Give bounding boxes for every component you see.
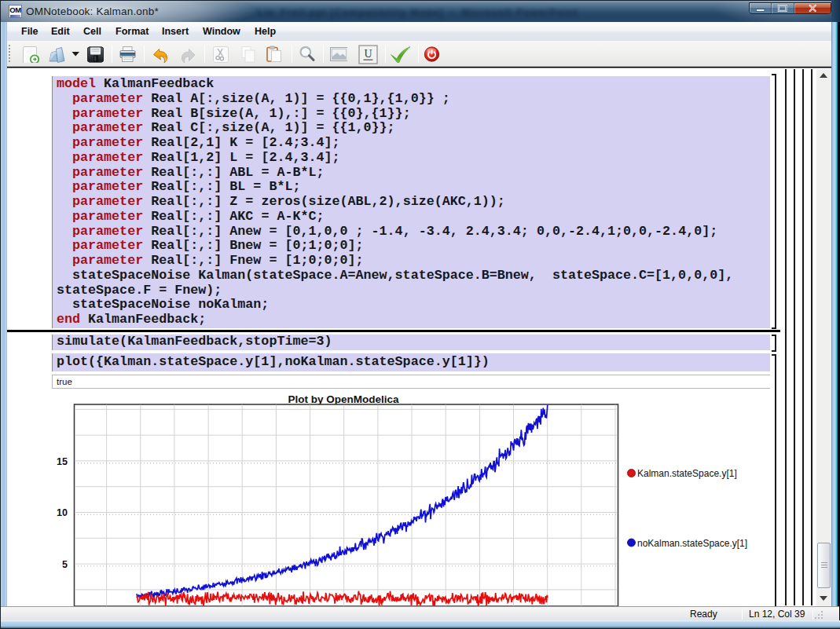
svg-text:5: 5 <box>62 559 68 570</box>
svg-text:15: 15 <box>57 456 68 467</box>
svg-text:Plot by OpenModelica: Plot by OpenModelica <box>288 393 399 405</box>
svg-text:Kalman.stateSpace.y[1]: Kalman.stateSpace.y[1] <box>637 468 737 479</box>
svg-text:10: 10 <box>57 507 68 518</box>
svg-text:noKalman.stateSpace.y[1]: noKalman.stateSpace.y[1] <box>637 538 747 549</box>
svg-text:U: U <box>364 48 372 60</box>
